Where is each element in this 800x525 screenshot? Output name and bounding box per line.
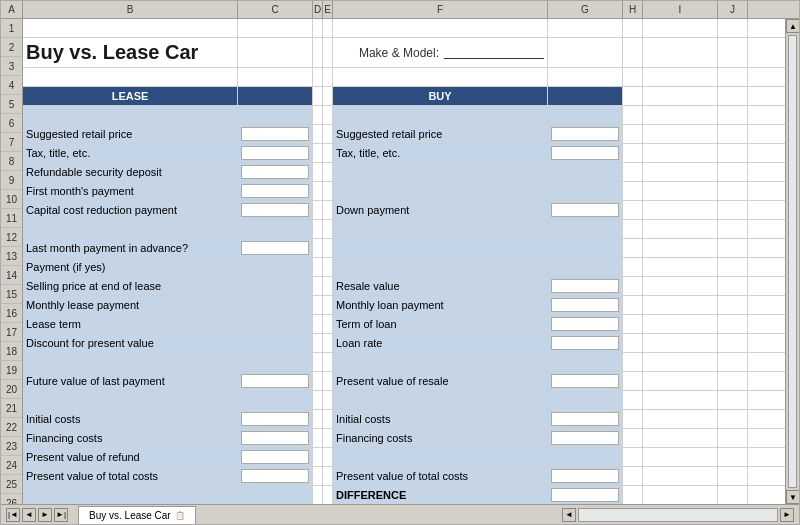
lease-tax-input[interactable] [241,146,309,160]
buy-row8-empty [333,163,548,181]
cell-f13 [333,258,548,276]
col-header-i: I [643,1,718,18]
cell-e6 [323,125,333,143]
lease-capital-input-cell [238,201,313,219]
buy-resale-label: Resale value [333,277,548,295]
col-header-a: A [1,1,23,18]
h-scroll-left[interactable]: ◄ [562,508,576,522]
cell-h25 [623,486,643,504]
lease-firstmonth-input[interactable] [241,184,309,198]
cell-j18 [718,353,748,371]
cell-j4 [718,87,748,105]
buy-financing-costs-label: Financing costs [333,429,548,447]
cell-d6 [313,125,323,143]
scroll-track[interactable] [788,35,797,488]
buy-financing-costs-input[interactable] [551,431,619,445]
tab-last-button[interactable]: ►| [54,508,68,522]
cell-h13 [623,258,643,276]
cell-h12 [623,239,643,257]
cell-i17 [643,334,718,352]
cell-j21 [718,410,748,428]
cell-j17 [718,334,748,352]
buy-downpayment-input[interactable] [551,203,619,217]
lease-suggested-retail-input-cell [238,125,313,143]
sheet-content: Buy vs. Lease Car Make & Model: [23,19,785,504]
buy-monthly-loan-input[interactable] [551,298,619,312]
tab-first-button[interactable]: |◄ [6,508,20,522]
scroll-up-button[interactable]: ▲ [786,19,799,33]
lease-financing-costs-label: Financing costs [23,429,238,447]
cell-j16 [718,315,748,333]
row-num-24: 24 [1,456,22,475]
cell-h2 [623,38,643,67]
tab-next-button[interactable]: ► [38,508,52,522]
h-scroll-right[interactable]: ► [780,508,794,522]
lease-refundable-input[interactable] [241,165,309,179]
lease-initial-costs-input[interactable] [241,412,309,426]
cell-h6 [623,125,643,143]
h-scroll-track[interactable] [578,508,778,522]
buy-loan-rate-input[interactable] [551,336,619,350]
lease-pv-refund-input[interactable] [241,450,309,464]
cell-d25 [313,486,323,504]
row-5 [23,106,785,125]
cell-e12 [323,239,333,257]
lease-firstmonth-input-cell [238,182,313,200]
lease-capital-input[interactable] [241,203,309,217]
cell-f3 [333,68,548,86]
scroll-down-button[interactable]: ▼ [786,490,799,504]
sheet-tab-buy-vs-lease[interactable]: Buy vs. Lease Car 📋 [78,506,196,524]
cell-d10 [313,201,323,219]
cell-d11 [313,220,323,238]
vertical-scrollbar[interactable]: ▲ ▼ [785,19,799,504]
cell-b3 [23,68,238,86]
cell-d3 [313,68,323,86]
tab-prev-button[interactable]: ◄ [22,508,36,522]
lease-tax-input-cell [238,144,313,162]
cell-d12 [313,239,323,257]
buy-suggested-retail-label: Suggested retail price [333,125,548,143]
cell-e4 [323,87,333,105]
cell-i25 [643,486,718,504]
buy-present-value-resale-input[interactable] [551,374,619,388]
cell-h3 [623,68,643,86]
buy-suggested-retail-input[interactable] [551,127,619,141]
cell-e17 [323,334,333,352]
buy-term-loan-input[interactable] [551,317,619,331]
cell-c20 [238,391,313,409]
buy-initial-costs-input[interactable] [551,412,619,426]
cell-i14 [643,277,718,295]
buy-tax-input[interactable] [551,146,619,160]
lease-suggested-retail-input[interactable] [241,127,309,141]
cell-j9 [718,182,748,200]
cell-e3 [323,68,333,86]
cell-h7 [623,144,643,162]
lease-pv-total-input[interactable] [241,469,309,483]
cell-e13 [323,258,333,276]
buy-pv-total-input[interactable] [551,469,619,483]
row-num-11: 11 [1,209,22,228]
lease-lastmonth-input[interactable] [241,241,309,255]
cell-e14 [323,277,333,295]
lease-refundable-input-cell [238,163,313,181]
lease-financing-costs-input[interactable] [241,431,309,445]
cell-c15 [238,296,313,314]
lease-pv-refund-label: Present value of refund [23,448,238,466]
cell-e18 [323,353,333,371]
lease-selling-price-label: Selling price at end of lease [23,277,238,295]
lease-future-value-input[interactable] [241,374,309,388]
cell-d22 [313,429,323,447]
cell-d18 [313,353,323,371]
buy-resale-input[interactable] [551,279,619,293]
col-header-c: C [238,1,313,18]
cell-g12 [548,239,623,257]
cell-c14 [238,277,313,295]
difference-input[interactable] [551,488,619,502]
cell-e5 [323,106,333,124]
row-num-5: 5 [1,95,22,114]
spreadsheet-app: A B C D E F G H I J 1 2 3 4 5 6 7 8 9 10… [0,0,800,525]
cell-b20 [23,391,238,409]
lease-firstmonth-label: First month's payment [23,182,238,200]
cell-i23 [643,448,718,466]
col-header-h: H [623,1,643,18]
